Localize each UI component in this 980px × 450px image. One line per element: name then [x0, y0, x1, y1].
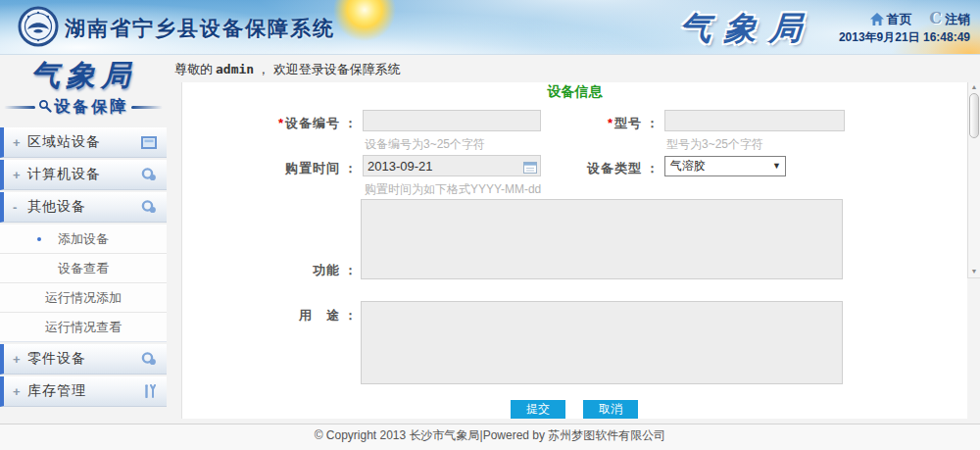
device-no-label: *设备编号：	[241, 115, 358, 132]
tools-icon	[143, 384, 157, 398]
submenu-item-add-run-status[interactable]: 运行情况添加	[0, 283, 167, 313]
window-icon	[141, 136, 157, 149]
active-bullet-icon	[37, 237, 41, 241]
purchase-date-label: 购置时间：	[241, 160, 358, 177]
submenu-item-view-run-status[interactable]: 运行情况查看	[0, 313, 167, 341]
submenu-item-view-device[interactable]: 设备查看	[0, 254, 167, 283]
sidebar-sub-brand-label: 设备保障	[54, 97, 128, 118]
required-mark: *	[608, 116, 613, 130]
sidebar-brand: 气象局	[0, 56, 167, 96]
expand-plus-icon: +	[13, 168, 27, 182]
app-header: 湖南省宁乡县设备保障系统 气象局 首页 C注销 2013年9月21日 16:48…	[0, 0, 980, 55]
collapse-minus-icon: -	[13, 200, 27, 215]
device-type-selected-value: 气溶胶	[670, 159, 706, 173]
chat-icon	[141, 352, 157, 366]
welcome-prefix: 尊敬的	[174, 62, 213, 76]
device-no-hint: 设备编号为3~25个字符	[365, 136, 485, 153]
sidebar-item-label: 区域站设备	[27, 133, 101, 151]
sidebar-item-label: 其他设备	[27, 198, 86, 216]
sidebar-sub-brand: 设备保障	[0, 97, 167, 118]
sidebar-item-parts[interactable]: + 零件设备	[0, 344, 167, 375]
divider-line	[4, 106, 35, 109]
expand-plus-icon: +	[13, 135, 27, 150]
purchase-date-field	[363, 155, 541, 176]
sidebar-item-computer[interactable]: + 计算机设备	[0, 160, 167, 190]
form-title: 设备信息	[182, 82, 967, 101]
header-nav: 首页 C注销	[870, 9, 970, 28]
home-label: 首页	[887, 12, 912, 26]
scrollbar-down-icon[interactable]: ▼	[968, 267, 980, 276]
username: admin	[216, 62, 254, 76]
chevron-down-icon: ▼	[772, 157, 781, 175]
function-label: 功能：	[241, 262, 358, 279]
welcome-suffix: ， 欢迎登录设备保障系统	[257, 62, 401, 76]
purchase-date-hint: 购置时间为如下格式YYYY-MM-dd	[365, 181, 541, 198]
header-brand: 气象局	[677, 7, 815, 51]
submenu-item-add-device[interactable]: 添加设备	[0, 225, 167, 254]
device-type-select[interactable]: 气溶胶 ▼	[664, 156, 786, 176]
copyright-text: © Copyright 2013 长沙市气象局|Powered by 苏州梦图软…	[315, 428, 666, 442]
logout-icon: C	[929, 9, 942, 27]
model-hint: 型号为3~25个字符	[666, 136, 763, 153]
welcome-message: 尊敬的admin， 欢迎登录设备保障系统	[174, 61, 401, 78]
search-icon	[38, 99, 52, 117]
submenu-item-label: 运行情况查看	[45, 320, 122, 334]
submenu-item-label: 运行情况添加	[45, 290, 122, 305]
sidebar-item-regional-station[interactable]: + 区域站设备	[0, 127, 167, 158]
sidebar-submenu: 添加设备 设备查看 运行情况添加 运行情况查看	[0, 225, 167, 342]
sidebar-item-other-devices[interactable]: - 其他设备	[0, 192, 167, 223]
expand-plus-icon: +	[13, 352, 27, 367]
calendar-icon[interactable]	[523, 160, 537, 177]
logout-link[interactable]: C注销	[929, 9, 970, 28]
cancel-button[interactable]: 取消	[583, 400, 638, 419]
submit-button[interactable]: 提交	[511, 400, 565, 419]
required-mark: *	[278, 116, 284, 130]
usage-label: 用 途：	[241, 307, 358, 325]
sidebar-item-label: 计算机设备	[27, 166, 101, 183]
chat-icon	[141, 168, 157, 181]
function-textarea[interactable]	[361, 199, 843, 279]
vertical-scrollbar[interactable]: ▲ ▼	[967, 82, 980, 278]
model-label: *型号：	[555, 115, 660, 132]
device-type-label: 设备类型：	[555, 160, 660, 177]
sidebar-item-label: 库存管理	[27, 382, 86, 400]
cma-logo-icon	[18, 6, 59, 47]
home-link[interactable]: 首页	[870, 11, 912, 28]
page-title: 湖南省宁乡县设备保障系统	[65, 15, 335, 42]
scrollbar-thumb[interactable]	[969, 93, 979, 138]
scrollbar-up-icon[interactable]: ▲	[968, 82, 980, 92]
device-no-input[interactable]	[363, 110, 541, 131]
divider-line	[131, 106, 163, 109]
page-footer: © Copyright 2013 长沙市气象局|Powered by 苏州梦图软…	[0, 424, 980, 450]
model-input[interactable]	[664, 110, 845, 131]
datetime-display: 2013年9月21日 16:48:49	[839, 29, 970, 46]
home-icon	[870, 13, 884, 28]
usage-textarea[interactable]	[361, 301, 843, 384]
sidebar-item-label: 零件设备	[27, 350, 86, 368]
logout-label: 注销	[945, 12, 970, 26]
main-content-panel: 设备信息 *设备编号： 设备编号为3~25个字符 *型号： 型号为3~25个字符…	[181, 82, 967, 419]
expand-plus-icon: +	[13, 384, 27, 399]
submenu-item-label: 添加设备	[58, 231, 109, 246]
sidebar-item-inventory[interactable]: + 库存管理	[0, 376, 167, 407]
chat-icon	[141, 200, 157, 214]
purchase-date-input[interactable]	[363, 155, 541, 176]
sidebar: 气象局 设备保障 + 区域站设备 + 计算机设备 - 其他设备 添加设备 设备查…	[0, 54, 167, 409]
submenu-item-label: 设备查看	[58, 261, 109, 275]
